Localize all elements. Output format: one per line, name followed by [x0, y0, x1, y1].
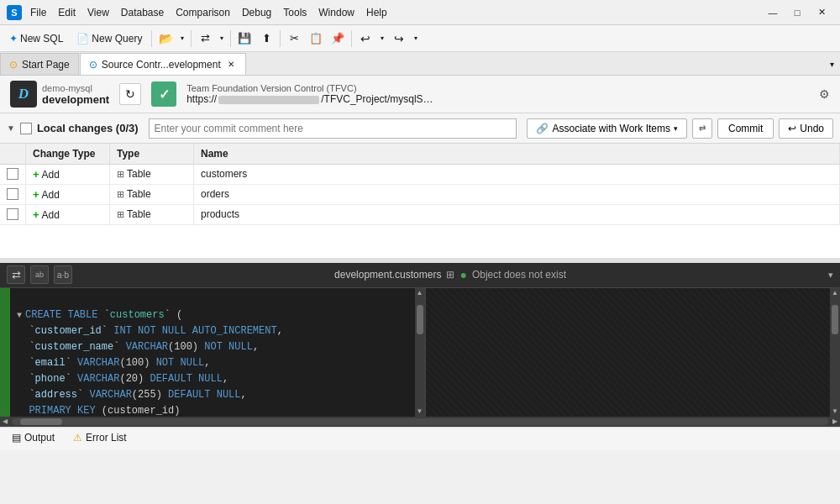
row-type-3: ⊞Table [110, 204, 194, 224]
cut-button[interactable]: ✂ [284, 29, 304, 49]
word-wrap-button[interactable]: ab [30, 265, 49, 284]
menu-view[interactable]: View [82, 5, 114, 20]
close-button[interactable]: ✕ [810, 4, 833, 21]
deploy-button[interactable]: ⬆ [256, 29, 276, 49]
diff-left-button[interactable]: ⇄ [7, 265, 25, 284]
paste-button[interactable]: 📌 [328, 29, 348, 49]
tab-start-page[interactable]: ⊙ Start Page [0, 53, 79, 75]
menu-help[interactable]: Help [361, 5, 392, 20]
new-sql-button[interactable]: ✦ New SQL [3, 29, 69, 49]
url-mask [218, 96, 319, 104]
select-all-checkbox[interactable] [20, 123, 32, 134]
right-scroll-down-btn[interactable]: ▼ [830, 407, 840, 417]
separator-1 [151, 30, 152, 47]
editor-toolbar: ⇄ ab a·b development.customers ⊞ ● Objec… [0, 263, 840, 288]
menu-edit[interactable]: Edit [53, 5, 81, 20]
undo-button[interactable]: ↩ Undo [779, 118, 833, 139]
open-dropdown[interactable]: ▾ [177, 29, 187, 49]
menu-tools[interactable]: Tools [278, 5, 312, 20]
db-text: demo-mysql development [42, 83, 109, 106]
commit-comment-input[interactable] [149, 118, 517, 139]
associate-dropdown-icon: ▾ [674, 124, 678, 133]
diff-empty-pattern [426, 288, 831, 417]
add-icon-3: + [33, 208, 39, 221]
redo-button[interactable]: ↪ [389, 29, 409, 49]
row-checkbox-3[interactable] [7, 208, 18, 220]
add-icon-2: + [33, 188, 39, 201]
row-change-type-3: +Add [26, 204, 110, 224]
output-tab[interactable]: ▤ Output [7, 428, 60, 449]
maximize-button[interactable]: □ [785, 4, 809, 21]
row-checkbox-1[interactable] [7, 168, 18, 180]
compare-button[interactable]: ⇄ [195, 29, 215, 49]
row-type-1: ⊞Table [110, 164, 194, 184]
right-scroll-up-btn[interactable]: ▲ [830, 288, 840, 298]
left-scrollbar[interactable]: ▲ ▼ [415, 288, 425, 417]
new-query-icon: 📄 [76, 33, 89, 45]
bottom-bar: ▤ Output ⚠ Error List [0, 427, 840, 450]
menu-comparison[interactable]: Comparison [171, 5, 235, 20]
refresh-button[interactable]: ↻ [119, 83, 141, 105]
undo-toolbar-button[interactable]: ↩ [355, 29, 375, 49]
open-button[interactable]: 📂 [155, 29, 176, 49]
right-scroll-thumb [832, 305, 838, 334]
commit-button[interactable]: Commit [717, 118, 774, 139]
output-icon: ▤ [12, 432, 21, 444]
db-label: demo-mysql [42, 83, 109, 93]
settings-gear-icon[interactable]: ⚙ [819, 87, 830, 101]
start-page-icon: ⊙ [9, 59, 18, 71]
minimize-button[interactable]: — [761, 4, 785, 21]
tab-bar: ⊙ Start Page ⊙ Source Contr...evelopment… [0, 52, 840, 76]
error-list-icon: ⚠ [73, 432, 82, 444]
save-button[interactable]: 💾 [234, 29, 255, 49]
new-query-button[interactable]: 📄 New Query [71, 29, 148, 49]
redo-dropdown[interactable]: ▾ [411, 29, 421, 49]
scroll-thumb [417, 305, 423, 334]
menu-debug[interactable]: Debug [237, 5, 276, 20]
window-controls: — □ ✕ [761, 4, 833, 21]
menu-database[interactable]: Database [116, 5, 169, 20]
error-list-tab[interactable]: ⚠ Error List [68, 428, 132, 449]
copy-button[interactable]: 📋 [306, 29, 326, 49]
scroll-up-btn[interactable]: ▲ [415, 288, 425, 298]
db-branch: development [42, 93, 109, 106]
separator-5 [351, 30, 352, 47]
undo-dropdown[interactable]: ▾ [377, 29, 387, 49]
h-scroll-thumb [20, 418, 62, 425]
ab-button[interactable]: a·b [54, 265, 72, 284]
table-row[interactable]: +Add ⊞Table orders [0, 184, 840, 204]
diff-icon-button[interactable]: ⇄ [692, 118, 712, 139]
expand-icon[interactable]: ▼ [7, 123, 15, 133]
scroll-right-btn[interactable]: ▶ [830, 417, 840, 427]
fold-icon[interactable]: ▼ [17, 311, 22, 320]
associate-work-items-button[interactable]: 🔗 Associate with Work Items ▾ [527, 118, 686, 139]
editor-overflow-button[interactable]: ▾ [828, 270, 833, 281]
menu-file[interactable]: File [25, 5, 51, 20]
editor-right-panel[interactable] [425, 288, 831, 417]
menu-bar: File Edit View Database Comparison Debug… [25, 5, 392, 20]
scroll-down-btn[interactable]: ▼ [415, 407, 425, 417]
tfvc-badge: ✓ [151, 81, 176, 107]
source-control-header: D demo-mysql development ↻ ✓ Team Founda… [0, 76, 840, 113]
menu-window[interactable]: Window [313, 5, 360, 20]
tab-overflow-button[interactable]: ▾ [823, 53, 840, 75]
table-row[interactable]: +Add ⊞Table products [0, 204, 840, 224]
row-name-1: customers [194, 164, 840, 184]
right-scrollbar[interactable]: ▲ ▼ [830, 288, 840, 417]
row-change-type-1: +Add [26, 164, 110, 184]
right-scroll-track [830, 298, 840, 407]
row-checkbox-2[interactable] [7, 188, 18, 200]
tfvc-text: Team Foundation Version Control (TFVC) h… [186, 83, 809, 105]
compare-dropdown[interactable]: ▾ [217, 29, 227, 49]
tab-source-control-label: Source Contr...evelopment [102, 59, 221, 71]
editor-left-panel[interactable]: ▼CREATE TABLE `customers` ( `customer_id… [10, 288, 415, 417]
diff-gutter [0, 288, 10, 417]
code-content: ▼CREATE TABLE `customers` ( `customer_id… [10, 288, 415, 417]
table-row[interactable]: +Add ⊞Table customers [0, 164, 840, 184]
separator-4 [280, 30, 281, 47]
db-info: D demo-mysql development [10, 81, 109, 108]
horizontal-scrollbar[interactable]: ◀ ▶ [0, 417, 840, 427]
tab-source-control[interactable]: ⊙ Source Contr...evelopment ✕ [80, 53, 246, 75]
scroll-left-btn[interactable]: ◀ [0, 417, 10, 427]
tab-close-button[interactable]: ✕ [225, 59, 237, 71]
